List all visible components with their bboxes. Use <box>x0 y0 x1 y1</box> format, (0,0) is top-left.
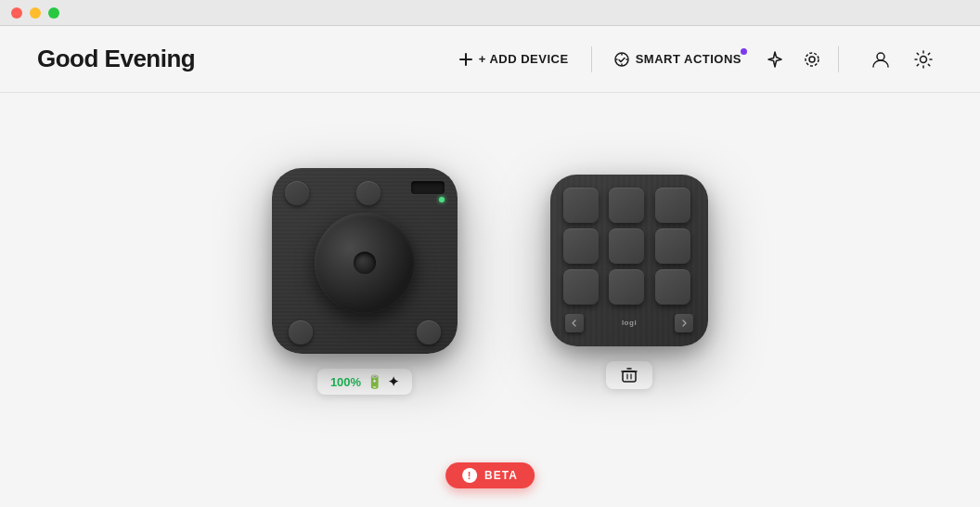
numpad-key-6 <box>655 228 690 264</box>
numpad-key-7 <box>563 269 599 305</box>
device-numpad-image: logi <box>550 175 708 346</box>
smart-actions-button[interactable]: SMART ACTIONS <box>600 46 756 72</box>
trash-icon <box>621 367 638 384</box>
svg-point-5 <box>806 53 819 66</box>
device-mx-creative-image: logi <box>272 168 458 354</box>
header-right <box>861 44 943 75</box>
numpad-arrow-right <box>675 314 693 332</box>
maximize-button[interactable] <box>48 7 59 19</box>
add-device-button[interactable]: + ADD DEVICE <box>445 46 584 72</box>
main-content: logi 100% 🔋 ✦ <box>0 93 980 507</box>
numpad-key-9 <box>655 269 690 305</box>
page-title: Good Evening <box>37 45 195 73</box>
header: Good Evening + ADD DEVICE SMART ACTIONS <box>0 26 980 93</box>
close-button[interactable] <box>11 7 22 19</box>
app: Good Evening + ADD DEVICE SMART ACTIONS <box>0 26 980 507</box>
beta-badge[interactable]: BETA <box>445 462 535 488</box>
sparkle-icon <box>766 50 784 69</box>
numpad-arrow-left <box>565 314 584 332</box>
numpad-key-1 <box>563 188 599 223</box>
smart-actions-icon <box>614 52 629 67</box>
numpad-key-8 <box>609 269 644 305</box>
mx-slot <box>411 181 445 194</box>
battery-percentage: 100% <box>330 375 361 389</box>
numpad-key-5 <box>609 228 644 264</box>
bluetooth-icon: ✦ <box>388 374 399 389</box>
svg-rect-8 <box>623 371 636 382</box>
beta-label: BETA <box>484 469 518 482</box>
svg-point-4 <box>809 57 815 62</box>
mx-bottom-btn-right <box>417 320 441 344</box>
settings-icon <box>913 49 934 70</box>
numpad-key-4 <box>563 228 599 264</box>
mx-button-1 <box>285 181 309 205</box>
minimize-button[interactable] <box>30 7 41 19</box>
numpad-key-3 <box>655 188 690 223</box>
numpad-keys-grid <box>563 188 695 305</box>
svg-point-7 <box>921 56 927 62</box>
arrow-right-icon <box>680 319 688 327</box>
device-card-numpad[interactable]: logi <box>550 175 708 389</box>
device-card-mx-creative[interactable]: logi 100% 🔋 ✦ <box>272 168 458 395</box>
effects-button[interactable] <box>793 45 831 74</box>
settings-button[interactable] <box>904 44 943 75</box>
header-nav: + ADD DEVICE SMART ACTIONS <box>445 44 943 75</box>
mx-dial <box>315 213 415 313</box>
plus-icon <box>459 53 472 66</box>
nav-divider <box>591 46 592 72</box>
mx-button-2 <box>356 181 380 205</box>
account-icon <box>870 49 891 70</box>
svg-point-6 <box>877 53 884 60</box>
battery-icon: 🔋 <box>367 374 382 389</box>
numpad-key-2 <box>609 188 644 223</box>
sparkle-button[interactable] <box>756 45 793 74</box>
effects-icon <box>803 50 821 69</box>
delete-device-badge[interactable] <box>606 361 652 389</box>
account-button[interactable] <box>861 44 900 75</box>
mx-led <box>439 197 445 202</box>
smart-actions-notification-dot <box>741 48 747 55</box>
titlebar <box>0 0 980 26</box>
numpad-logo: logi <box>622 318 637 327</box>
nav-divider-2 <box>838 46 839 72</box>
beta-warning-icon <box>462 468 477 483</box>
numpad-bottom-row: logi <box>563 310 695 336</box>
battery-status-badge: 100% 🔋 ✦ <box>317 369 412 395</box>
arrow-left-icon <box>571 319 578 327</box>
mx-bottom-btn-left <box>289 320 313 344</box>
